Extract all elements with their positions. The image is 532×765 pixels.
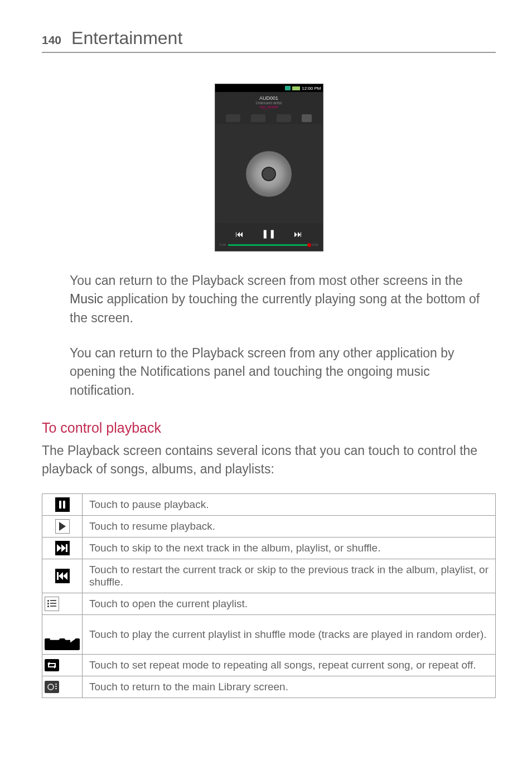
play-icon <box>55 519 70 534</box>
album-art-area <box>215 124 323 223</box>
description-cell: Touch to skip to the next track in the a… <box>83 537 496 559</box>
shuffle-icon <box>45 638 80 650</box>
icon-cell <box>42 493 83 515</box>
disc-center <box>262 167 276 181</box>
description-cell: Touch to restart the current track or sk… <box>83 559 496 593</box>
status-bar: 12:00 PM <box>215 84 323 92</box>
description-cell: Touch to pause playback. <box>83 493 496 515</box>
music-player-screenshot: 12:00 PM AUD001 Unknown artist my_sound … <box>215 84 323 251</box>
library-icon <box>45 681 59 693</box>
description-cell: Touch to open the current playlist. <box>83 593 496 614</box>
description-cell: Touch to set repeat mode to repeating al… <box>83 655 496 676</box>
section-intro: The Playback screen contains several ico… <box>42 442 496 479</box>
playback-icons-table: Touch to pause playback. Touch to resume… <box>42 493 496 698</box>
battery-icon <box>292 86 300 90</box>
track-info: AUD001 Unknown artist my_sound <box>215 92 323 112</box>
next-track-icon <box>55 541 70 555</box>
progress-thumb <box>307 243 311 247</box>
description-cell: Touch to return to the main Library scre… <box>83 676 496 698</box>
next-track-icon: ⏭ <box>294 229 302 239</box>
icon-cell <box>42 559 83 593</box>
icon-cell <box>42 614 83 654</box>
track-title: AUD001 <box>215 95 323 101</box>
mini-tab <box>302 114 312 122</box>
table-row: Touch to restart the current track or sk… <box>42 559 496 593</box>
track-album: my_sound <box>215 105 323 109</box>
pause-icon: ❚❚ <box>262 229 276 239</box>
table-row: Touch to return to the main Library scre… <box>42 676 496 698</box>
table-row: Touch to play the current playlist in sh… <box>42 614 496 654</box>
section-heading: To control playback <box>42 420 496 436</box>
icon-cell <box>42 537 83 559</box>
mini-tabs <box>215 112 323 124</box>
playback-controls-row: ⏮ ❚❚ ⏭ <box>215 223 323 241</box>
table-row: Touch to set repeat mode to repeating al… <box>42 655 496 676</box>
track-artist: Unknown artist <box>215 101 323 105</box>
remaining-time: 0:05 <box>312 243 318 246</box>
status-time: 12:00 PM <box>302 86 321 91</box>
progress-track <box>228 244 309 246</box>
playlist-icon <box>45 597 59 611</box>
page-header: 140 Entertainment <box>42 28 496 53</box>
signal-icon <box>285 86 291 90</box>
disc-icon <box>246 151 292 197</box>
text: application by touching the currently pl… <box>70 292 480 325</box>
icon-cell <box>42 655 83 676</box>
elapsed-time: 0:00 <box>220 243 226 246</box>
previous-track-icon <box>55 569 70 583</box>
table-row: Touch to pause playback. <box>42 493 496 515</box>
previous-track-icon: ⏮ <box>235 229 244 239</box>
paragraph-2: You can return to the Playback screen fr… <box>70 344 496 400</box>
pause-icon <box>55 497 70 512</box>
text: You can return to the Playback screen fr… <box>70 273 463 288</box>
description-cell: Touch to resume playback. <box>83 515 496 537</box>
page-number: 140 <box>42 33 61 47</box>
table-row: Touch to resume playback. <box>42 515 496 537</box>
progress-bar: 0:00 0:05 <box>215 241 323 251</box>
description-cell: Touch to play the current playlist in sh… <box>83 614 496 654</box>
mini-tab <box>251 114 265 122</box>
icon-cell <box>42 515 83 537</box>
repeat-icon <box>45 659 59 671</box>
icon-cell <box>42 676 83 698</box>
icon-cell <box>42 593 83 614</box>
mini-tab <box>277 114 291 122</box>
table-row: Touch to skip to the next track in the a… <box>42 537 496 559</box>
app-name: Music <box>70 292 103 306</box>
table-row: Touch to open the current playlist. <box>42 593 496 614</box>
paragraph-1: You can return to the Playback screen fr… <box>70 272 496 327</box>
mini-tab <box>226 114 240 122</box>
chapter-title: Entertainment <box>71 28 182 49</box>
